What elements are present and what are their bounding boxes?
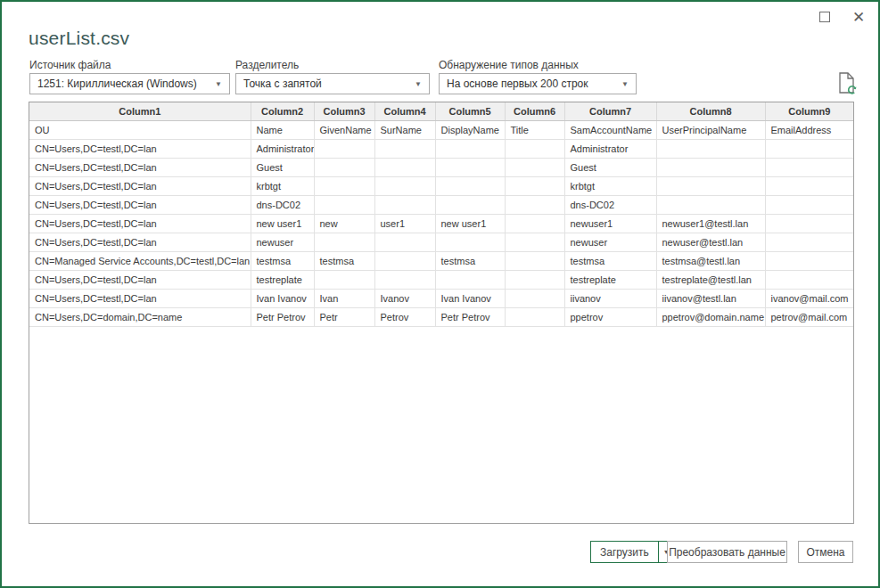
table-cell: newuser@testl.lan bbox=[656, 233, 765, 251]
refresh-preview-button[interactable] bbox=[836, 71, 858, 96]
table-cell: Petr Petrov bbox=[251, 307, 314, 326]
column-header: Column8 bbox=[656, 102, 765, 120]
table-cell bbox=[435, 233, 505, 251]
table-cell: GivenName bbox=[314, 120, 374, 139]
table-cell bbox=[314, 139, 374, 158]
table-cell: SamAccountName bbox=[564, 120, 656, 139]
table-cell bbox=[505, 307, 564, 326]
type-detection-value: На основе первых 200 строк bbox=[447, 78, 618, 90]
column-header: Column1 bbox=[29, 102, 251, 120]
type-detection-label: Обнаружение типов данных bbox=[439, 59, 579, 71]
table-cell: Ivan Ivanov bbox=[435, 289, 505, 307]
table-cell bbox=[505, 139, 564, 158]
cancel-button[interactable]: Отмена bbox=[798, 541, 853, 563]
table-cell bbox=[765, 139, 853, 158]
table-cell: CN=Users,DC=testl,DC=lan bbox=[29, 176, 251, 195]
table-cell bbox=[314, 233, 374, 251]
table-row: CN=Users,DC=testl,DC=lanAdministratorAdm… bbox=[29, 139, 853, 158]
table-cell: user1 bbox=[374, 214, 435, 233]
maximize-button[interactable] bbox=[812, 5, 837, 29]
table-cell bbox=[765, 158, 853, 176]
table-cell: SurName bbox=[374, 120, 435, 139]
table-cell bbox=[765, 214, 853, 233]
table-cell: Guest bbox=[251, 158, 314, 176]
table-cell: Name bbox=[251, 120, 314, 139]
column-header: Column5 bbox=[435, 102, 505, 120]
transform-data-button[interactable]: Преобразовать данные bbox=[667, 541, 787, 563]
table-cell: Ivan Ivanov bbox=[251, 289, 314, 307]
table-cell: CN=Managed Service Accounts,DC=testl,DC=… bbox=[29, 251, 251, 270]
table-cell: EmailAddress bbox=[765, 120, 853, 139]
table-cell bbox=[374, 176, 435, 195]
column-header: Column9 bbox=[765, 102, 853, 120]
table-row: CN=Managed Service Accounts,DC=testl,DC=… bbox=[29, 251, 853, 270]
delimiter-label: Разделитель bbox=[235, 59, 299, 71]
table-cell bbox=[374, 139, 435, 158]
table-cell: CN=Users,DC=domain,DC=name bbox=[29, 307, 251, 326]
table-cell bbox=[374, 158, 435, 176]
table-cell bbox=[505, 289, 564, 307]
table-cell: new user1 bbox=[251, 214, 314, 233]
table-row: OUNameGivenNameSurNameDisplayNameTitleSa… bbox=[29, 120, 853, 139]
file-origin-value: 1251: Кириллическая (Windows) bbox=[37, 78, 211, 90]
table-cell: petrov@mail.com bbox=[765, 307, 853, 326]
column-header: Column7 bbox=[564, 102, 656, 120]
data-preview-grid: Column1Column2Column3Column4Column5Colum… bbox=[29, 102, 854, 524]
table-row: CN=Users,DC=domain,DC=namePetr PetrovPet… bbox=[29, 307, 853, 326]
file-origin-dropdown[interactable]: 1251: Кириллическая (Windows) ▼ bbox=[29, 73, 230, 94]
close-icon: ✕ bbox=[852, 10, 865, 25]
table-cell bbox=[314, 158, 374, 176]
table-cell: iivanov bbox=[564, 289, 656, 307]
table-cell: krbtgt bbox=[251, 176, 314, 195]
table-cell: new user1 bbox=[435, 214, 505, 233]
close-button[interactable]: ✕ bbox=[846, 5, 871, 29]
table-cell: ivanov@mail.com bbox=[765, 289, 853, 307]
table-header-row: Column1Column2Column3Column4Column5Colum… bbox=[29, 102, 853, 120]
table-cell: newuser1@testl.lan bbox=[656, 214, 765, 233]
csv-import-dialog: ✕ userList.csv Источник файла Разделител… bbox=[0, 0, 880, 588]
table-cell: ppetrov bbox=[564, 307, 656, 326]
table-cell: new bbox=[314, 214, 374, 233]
load-button[interactable]: Загрузить bbox=[590, 541, 659, 563]
table-cell: dns-DC02 bbox=[251, 195, 314, 214]
delimiter-dropdown[interactable]: Точка с запятой ▼ bbox=[235, 73, 430, 94]
table-cell: Guest bbox=[564, 158, 656, 176]
chevron-down-icon: ▼ bbox=[411, 80, 429, 88]
table-cell: CN=Users,DC=testl,DC=lan bbox=[29, 195, 251, 214]
table-cell: newuser bbox=[251, 233, 314, 251]
table-cell bbox=[435, 158, 505, 176]
table-cell: UserPrincipalName bbox=[656, 120, 765, 139]
table-row: CN=Users,DC=testl,DC=lantestreplatetestr… bbox=[29, 270, 853, 289]
chevron-down-icon: ▼ bbox=[618, 80, 636, 88]
grid-body: OUNameGivenNameSurNameDisplayNameTitleSa… bbox=[29, 120, 853, 326]
window-controls: ✕ bbox=[812, 5, 871, 29]
table-cell bbox=[314, 176, 374, 195]
table-cell: Ivan bbox=[314, 289, 374, 307]
table-cell bbox=[765, 176, 853, 195]
table-cell bbox=[505, 214, 564, 233]
table-row: CN=Users,DC=testl,DC=lannewusernewuserne… bbox=[29, 233, 853, 251]
table-cell: testreplate@testl.lan bbox=[656, 270, 765, 289]
table-row: CN=Users,DC=testl,DC=lanGuestGuest bbox=[29, 158, 853, 176]
table-cell: CN=Users,DC=testl,DC=lan bbox=[29, 270, 251, 289]
table-cell bbox=[765, 270, 853, 289]
type-detection-dropdown[interactable]: На основе первых 200 строк ▼ bbox=[439, 73, 637, 94]
table-cell bbox=[656, 176, 765, 195]
table-row: CN=Users,DC=testl,DC=landns-DC02dns-DC02 bbox=[29, 195, 853, 214]
table-cell bbox=[435, 176, 505, 195]
file-refresh-icon bbox=[836, 71, 858, 96]
table-cell: testreplate bbox=[251, 270, 314, 289]
page-title: userList.csv bbox=[29, 28, 129, 49]
table-cell bbox=[374, 251, 435, 270]
table-cell: CN=Users,DC=testl,DC=lan bbox=[29, 158, 251, 176]
table-cell: Petr bbox=[314, 307, 374, 326]
table-cell: testmsa@testl.lan bbox=[656, 251, 765, 270]
table-cell bbox=[505, 176, 564, 195]
table-cell bbox=[505, 158, 564, 176]
file-origin-label: Источник файла bbox=[29, 59, 111, 71]
column-header: Column4 bbox=[374, 102, 435, 120]
table-cell: ppetrov@domain.name bbox=[656, 307, 765, 326]
table-cell: CN=Users,DC=testl,DC=lan bbox=[29, 289, 251, 307]
table-cell: CN=Users,DC=testl,DC=lan bbox=[29, 233, 251, 251]
table-cell bbox=[314, 195, 374, 214]
